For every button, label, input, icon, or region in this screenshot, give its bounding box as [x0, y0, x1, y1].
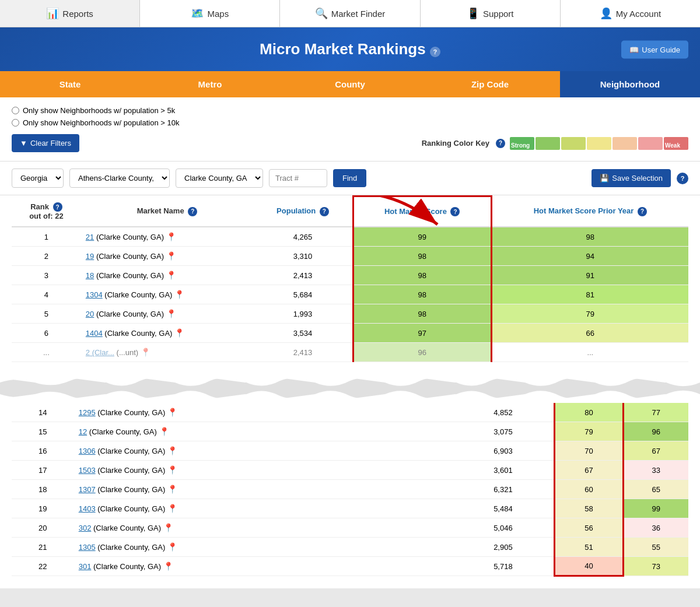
rank-help-icon[interactable]: ?: [53, 202, 62, 212]
radio-10k-input[interactable]: [12, 119, 19, 127]
pin-icon[interactable]: 📍: [167, 485, 177, 494]
market-link[interactable]: 1403: [79, 504, 96, 513]
county-label: (Clarke County, GA): [97, 466, 165, 475]
radio-5k-input[interactable]: [12, 107, 19, 114]
color-key-help-icon[interactable]: ?: [496, 139, 505, 148]
market-name-cell: 1305 (Clarke County, GA) 📍: [74, 538, 453, 557]
pin-icon[interactable]: 📍: [163, 523, 173, 532]
clear-filters-button[interactable]: ▼ Clear Filters: [12, 134, 79, 152]
hot-score-cell: 98: [353, 285, 491, 304]
county-label: (Clarke County, GA): [93, 524, 161, 532]
pin-icon[interactable]: 📍: [166, 271, 176, 280]
market-link[interactable]: 1305: [79, 543, 96, 552]
pin-icon[interactable]: 📍: [174, 290, 184, 299]
county-label: (...unt): [117, 348, 139, 357]
pin-icon[interactable]: 📍: [167, 504, 177, 513]
market-link[interactable]: 2 (Clar...: [86, 348, 114, 357]
market-link[interactable]: 1404: [86, 329, 103, 338]
table-row: ... 2 (Clar... (...unt) 📍 2,413 96 ...: [12, 343, 688, 362]
county-select[interactable]: Clarke County, GA: [176, 169, 263, 188]
find-button[interactable]: Find: [333, 169, 366, 187]
hot-score-help-icon[interactable]: ?: [450, 207, 460, 216]
pin-icon[interactable]: 📍: [166, 232, 176, 241]
prior-score-cell: 55: [623, 538, 688, 557]
col-market-name: Market Name ?: [81, 197, 253, 227]
market-help-icon[interactable]: ?: [188, 207, 197, 216]
tab-zipcode[interactable]: Zip Code: [420, 71, 560, 97]
market-name-cell: 12 (Clarke County, GA) 📍: [74, 422, 453, 441]
header-help-icon[interactable]: ?: [430, 47, 440, 57]
state-select[interactable]: Georgia: [12, 169, 64, 188]
market-link[interactable]: 12: [79, 427, 87, 436]
page-title: Micro Market Rankings ?: [260, 40, 440, 58]
pin-icon[interactable]: 📍: [174, 328, 184, 338]
rank-cell: 14: [12, 403, 74, 422]
market-link[interactable]: 1306: [79, 447, 96, 455]
rank-cell: 1: [12, 227, 81, 247]
tab-neighborhood[interactable]: Neighborhood: [560, 71, 700, 97]
nav-support[interactable]: 📱 Support: [421, 0, 561, 27]
market-name-cell: 1304 (Clarke County, GA) 📍: [81, 285, 253, 304]
table-gap: [0, 374, 700, 403]
market-link[interactable]: 18: [86, 271, 94, 280]
pin-icon[interactable]: 📍: [141, 348, 150, 357]
user-guide-button[interactable]: 📖 User Guide: [621, 40, 688, 58]
tab-metro[interactable]: Metro: [140, 71, 280, 97]
nav-maps[interactable]: 🗺️ Maps: [140, 0, 280, 27]
market-link[interactable]: 1304: [86, 290, 103, 299]
pin-icon[interactable]: 📍: [167, 542, 177, 552]
market-link[interactable]: 1307: [79, 485, 96, 494]
market-link[interactable]: 1295: [79, 408, 96, 417]
pin-icon[interactable]: 📍: [159, 427, 169, 436]
market-link[interactable]: 21: [86, 233, 94, 241]
market-link[interactable]: 19: [86, 252, 94, 261]
market-link[interactable]: 20: [86, 310, 94, 318]
population-cell: 4,265: [253, 227, 353, 247]
save-help-icon[interactable]: ?: [677, 173, 688, 184]
col-population: Population ?: [253, 197, 353, 227]
population-help-icon[interactable]: ?: [320, 207, 329, 216]
tract-input[interactable]: [269, 169, 327, 187]
nav-my-account[interactable]: 👤 My Account: [561, 0, 700, 27]
hot-score-cell: 58: [555, 499, 623, 518]
tab-state[interactable]: State: [0, 71, 140, 97]
market-name-cell: 301 (Clarke County, GA) 📍: [74, 557, 453, 576]
pin-icon[interactable]: 📍: [167, 446, 177, 455]
prior-score-cell: 77: [623, 403, 688, 422]
main-table-wrapper: Rank ? out of: 22 Market Name ? Populati…: [0, 195, 700, 374]
county-label: (Clarke County, GA): [89, 427, 157, 436]
nav-reports-label: Reports: [62, 9, 93, 19]
nav-maps-label: Maps: [207, 9, 229, 19]
prior-score-cell: 65: [623, 480, 688, 499]
col-rank: Rank ? out of: 22: [12, 197, 81, 227]
market-name-cell: 302 (Clarke County, GA) 📍: [74, 518, 453, 538]
market-name-cell: 1403 (Clarke County, GA) 📍: [74, 499, 453, 518]
pin-icon[interactable]: 📍: [167, 465, 177, 475]
metro-select[interactable]: Athens-Clarke County,: [69, 169, 170, 188]
rank-cell: 3: [12, 266, 81, 285]
save-selection-button[interactable]: 💾 Save Selection: [592, 169, 671, 187]
market-link[interactable]: 1503: [79, 466, 96, 475]
rank-cell: 21: [12, 538, 74, 557]
population-cell: 3,601: [453, 461, 555, 480]
support-icon: 📱: [467, 7, 480, 20]
table-row: 2 19 (Clarke County, GA) 📍 3,310 98 94: [12, 247, 688, 266]
rank-cell: 20: [12, 518, 74, 538]
pin-icon[interactable]: 📍: [163, 562, 173, 571]
market-link[interactable]: 302: [79, 524, 92, 532]
pin-icon[interactable]: 📍: [166, 309, 176, 318]
pin-icon[interactable]: 📍: [166, 251, 176, 261]
top-navigation: 📊 Reports 🗺️ Maps 🔍 Market Finder 📱 Supp…: [0, 0, 700, 27]
prior-help-icon[interactable]: ?: [638, 207, 647, 216]
tab-county[interactable]: County: [280, 71, 420, 97]
hot-score-cell: 56: [555, 518, 623, 538]
nav-market-finder[interactable]: 🔍 Market Finder: [280, 0, 420, 27]
county-label: (Clarke County, GA): [104, 329, 172, 338]
rank-cell: 22: [12, 557, 74, 576]
market-link[interactable]: 301: [79, 562, 92, 571]
table-row: 16 1306 (Clarke County, GA) 📍 6,903 70 6…: [12, 441, 688, 461]
county-label: (Clarke County, GA): [97, 543, 165, 552]
pin-icon[interactable]: 📍: [167, 408, 177, 417]
nav-reports[interactable]: 📊 Reports: [0, 0, 140, 27]
hot-score-cell: 98: [353, 266, 491, 285]
